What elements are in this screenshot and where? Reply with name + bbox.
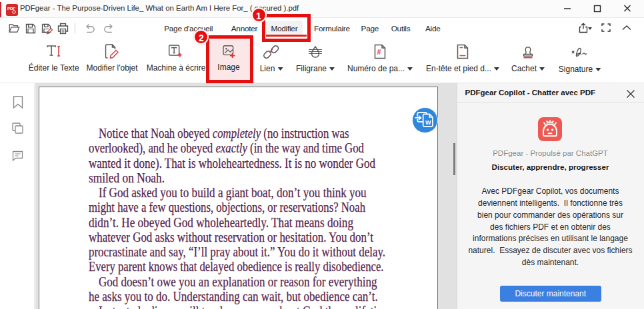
- svg-text:#: #: [377, 48, 381, 56]
- svg-text:PDF: PDF: [7, 7, 15, 11]
- svg-text:W: W: [425, 119, 431, 126]
